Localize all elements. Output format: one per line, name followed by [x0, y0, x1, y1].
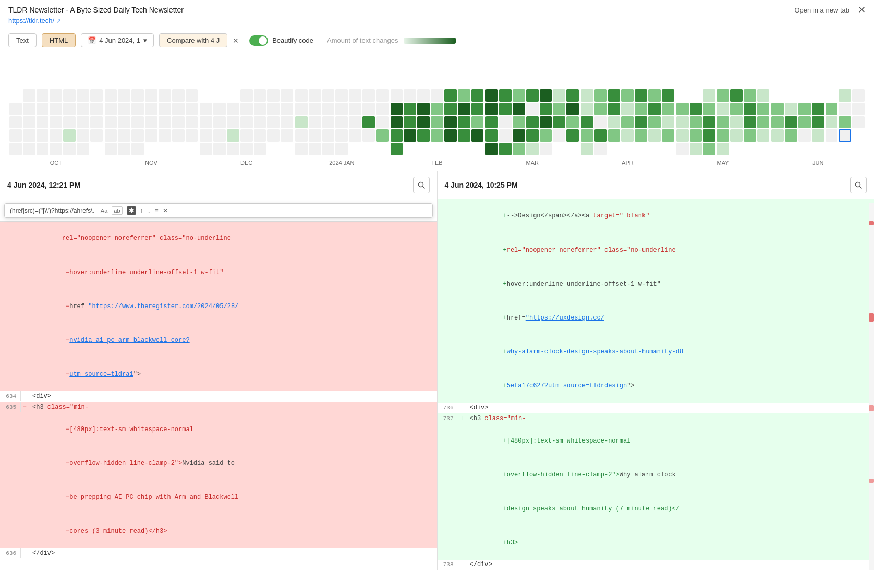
- menu-icon[interactable]: ≡: [155, 207, 159, 214]
- month-mar: MAR: [526, 160, 538, 166]
- code-line-736: 736 <div>: [438, 403, 875, 413]
- month-dec: DEC: [240, 160, 252, 166]
- date-label: 4 Jun 2024, 1: [99, 36, 140, 44]
- beautify-toggle[interactable]: [249, 35, 268, 46]
- scrollbar-indicator-4: [869, 479, 874, 483]
- scrollbar-indicator-3: [869, 405, 874, 411]
- toggle-knob: [259, 36, 267, 45]
- text-tab-button[interactable]: Text: [8, 33, 37, 47]
- gradient-bar: [404, 38, 456, 44]
- next-match-icon[interactable]: ↓: [148, 207, 151, 214]
- page-title: TLDR Newsletter - A Byte Sized Daily Tec…: [8, 6, 184, 14]
- header-actions: Open in a new tab ✕: [794, 5, 866, 15]
- date-selector-button[interactable]: 📅 4 Jun 2024, 1 ▾: [81, 33, 154, 47]
- svg-line-1: [422, 187, 424, 189]
- compare-button[interactable]: Compare with 4 J: [159, 33, 227, 47]
- month-oct: OCT: [50, 160, 62, 166]
- right-panel-header: 4 Jun 2024, 10:25 PM: [438, 172, 875, 199]
- header: TLDR Newsletter - A Byte Sized Daily Tec…: [0, 0, 874, 28]
- left-panel-header: 4 Jun 2024, 12:21 PM: [0, 172, 437, 199]
- beautify-section: Beautify code: [249, 35, 313, 46]
- search-bar-left: (href|src)=("|\\')?https://ahrefs\. Aa a…: [4, 203, 433, 218]
- scrollbar-indicator-2: [869, 313, 874, 322]
- left-panel-date: 4 Jun 2024, 12:21 PM: [7, 181, 80, 189]
- search-icon-right: [855, 181, 862, 189]
- close-button[interactable]: ✕: [858, 5, 866, 15]
- compare-label: Compare with 4 J: [167, 36, 220, 44]
- search-close-icon[interactable]: ✕: [163, 207, 168, 214]
- left-diff-panel: 4 Jun 2024, 12:21 PM (href|src)=("|\\')?…: [0, 172, 438, 570]
- prev-match-icon[interactable]: ↑: [140, 207, 143, 214]
- external-link-icon: ↗: [56, 18, 61, 24]
- ab-label: ab: [112, 206, 122, 215]
- amount-label: Amount of text changes: [327, 36, 398, 44]
- code-removed-1: rel="noopener noreferrer" class="no-unde…: [58, 235, 231, 242]
- month-apr: APR: [622, 160, 634, 166]
- scrollbar-indicator-1: [869, 221, 874, 225]
- code-line-636: 636 </div>: [0, 548, 437, 559]
- beautify-label: Beautify code: [272, 36, 313, 44]
- search-bar-text: (href|src)=("|\\')?https://ahrefs\.: [10, 207, 94, 214]
- chevron-down-icon: ▾: [143, 36, 147, 44]
- toolbar: Text HTML 📅 4 Jun 2024, 1 ▾ Compare with…: [0, 28, 874, 53]
- calendar-icon: 📅: [88, 36, 96, 44]
- code-line-738: 738 </div>: [438, 560, 875, 570]
- month-feb: FEB: [431, 160, 442, 166]
- svg-line-3: [860, 187, 862, 189]
- site-url-link[interactable]: https://tldr.tech/ ↗: [8, 17, 61, 24]
- right-panel-date: 4 Jun 2024, 10:25 PM: [445, 181, 518, 189]
- compare-close-button[interactable]: ✕: [233, 36, 239, 45]
- right-diff-panel: 4 Jun 2024, 10:25 PM +-->Design</span></…: [438, 172, 875, 570]
- search-icon: [418, 181, 425, 189]
- right-code-area: +-->Design</span></a><a target="_blank" …: [438, 199, 875, 570]
- open-new-tab-link[interactable]: Open in a new tab: [794, 6, 849, 14]
- heatmap-section: OCT NOV DEC: [0, 53, 874, 166]
- right-search-button[interactable]: [850, 177, 867, 193]
- code-line-634: 634 <div>: [0, 391, 437, 402]
- month-jun: JUN: [812, 160, 823, 166]
- month-may: MAY: [717, 160, 729, 166]
- aa-label: Aa: [101, 207, 107, 214]
- left-code-area: rel="noopener noreferrer" class="no-unde…: [0, 222, 437, 559]
- left-search-button[interactable]: [413, 177, 430, 193]
- diff-container: 4 Jun 2024, 12:21 PM (href|src)=("|\\')?…: [0, 171, 874, 570]
- scrollbar-track[interactable]: [869, 203, 874, 570]
- regex-label[interactable]: ✱: [127, 206, 136, 215]
- month-jan: 2024 JAN: [329, 160, 354, 166]
- month-nov: NOV: [145, 160, 157, 166]
- html-tab-button[interactable]: HTML: [42, 33, 76, 47]
